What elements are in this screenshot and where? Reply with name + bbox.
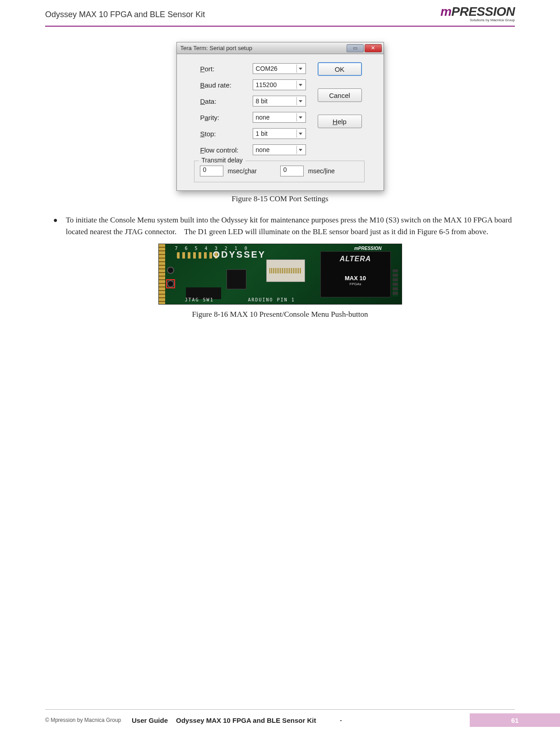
baud-select[interactable]: 115200 bbox=[253, 79, 306, 90]
minimize-icon[interactable]: ▭ bbox=[347, 44, 364, 52]
tera-term-dialog: Tera Term: Serial port setup ▭ ✕ PPort:o… bbox=[176, 42, 384, 191]
flow-select[interactable]: none bbox=[253, 144, 306, 155]
figure-8-16-caption: Figure 8-16 MAX 10 Present/Console Menu … bbox=[45, 310, 515, 319]
port-select[interactable]: COM26 bbox=[253, 63, 306, 74]
port-label: PPort:ort: bbox=[200, 65, 253, 73]
figure-8-15-caption: Figure 8-15 COM Port Settings bbox=[45, 194, 515, 203]
dialog-titlebar: Tera Term: Serial port setup ▭ ✕ bbox=[177, 42, 384, 54]
msec-char-input[interactable]: 0 bbox=[200, 166, 223, 176]
dialog-title: Tera Term: Serial port setup bbox=[180, 45, 252, 51]
stop-label: Stop: bbox=[200, 130, 253, 138]
brand-logo: mPRESSION Solutions by Macnica Group bbox=[440, 5, 515, 22]
pcb-main-chip: ALTERA MAX 10 FPGAs bbox=[320, 251, 391, 297]
transmit-legend: Transmit delay bbox=[199, 157, 245, 164]
cancel-button[interactable]: Cancel bbox=[318, 88, 362, 102]
footer-dash: - bbox=[316, 717, 366, 724]
copyright-text: © Mpression by Macnica Group bbox=[45, 717, 132, 723]
pcb-silkscreen-title: ODYSSEY bbox=[213, 250, 266, 260]
bullet-dot-icon: ● bbox=[53, 214, 66, 237]
stop-select[interactable]: 1 bit bbox=[253, 128, 306, 139]
chevron-down-icon[interactable] bbox=[296, 129, 305, 138]
chevron-down-icon[interactable] bbox=[296, 81, 305, 89]
page-number-badge: 61 bbox=[470, 713, 560, 727]
parity-select[interactable]: none bbox=[253, 112, 306, 123]
msec-line-input[interactable]: 0 bbox=[280, 166, 304, 176]
data-select[interactable]: 8 bit bbox=[253, 96, 306, 106]
ok-button[interactable]: OK bbox=[318, 62, 362, 76]
help-button[interactable]: Help bbox=[318, 115, 362, 128]
page-footer: © Mpression by Macnica Group User Guide … bbox=[0, 709, 560, 727]
msec-char-label: msec/char bbox=[227, 167, 257, 175]
logo-subtitle: Solutions by Macnica Group bbox=[440, 18, 515, 22]
flow-label: Flow control: bbox=[200, 146, 253, 154]
chevron-down-icon[interactable] bbox=[296, 113, 305, 121]
pcb-arduino-label: ARDUINO PIN 1 bbox=[248, 297, 295, 302]
chevron-down-icon[interactable] bbox=[296, 97, 305, 105]
parity-label: Parity: bbox=[200, 114, 253, 121]
chevron-down-icon[interactable] bbox=[296, 65, 305, 73]
footer-doc-title: Odyssey MAX 10 FPGA and BLE Sensor Kit bbox=[176, 717, 316, 724]
footer-rule bbox=[45, 709, 515, 710]
bullet-paragraph: ● To initiate the Console Menu system bu… bbox=[45, 214, 515, 237]
transmit-delay-group: Transmit delay 0 msec/char 0 msec/line bbox=[194, 161, 365, 182]
pcb-jtag-label: JTAG SW1 bbox=[185, 297, 214, 302]
pcb-button-s1 bbox=[167, 267, 174, 274]
pcb-logo: mPRESSION bbox=[354, 246, 382, 251]
msec-line-label: msec/line bbox=[308, 167, 335, 175]
footer-user-guide: User Guide bbox=[132, 717, 168, 724]
pcb-board-image: 7 6 5 4 3 2 1 0 ODYSSEY mPRESSION ALTERA… bbox=[158, 244, 402, 305]
baud-label: Baud rate: bbox=[200, 81, 253, 89]
logo-m: m bbox=[440, 5, 451, 18]
logo-pression: PRESSION bbox=[451, 5, 515, 18]
page-header: Odyssey MAX 10 FPGA and BLE Sensor Kit m… bbox=[0, 0, 560, 22]
pcb-highlight-box bbox=[166, 279, 175, 288]
paragraph-text: To initiate the Console Menu system buil… bbox=[66, 214, 515, 237]
close-icon[interactable]: ✕ bbox=[365, 44, 382, 52]
data-label: Data: bbox=[200, 97, 253, 105]
chevron-down-icon[interactable] bbox=[296, 146, 305, 154]
